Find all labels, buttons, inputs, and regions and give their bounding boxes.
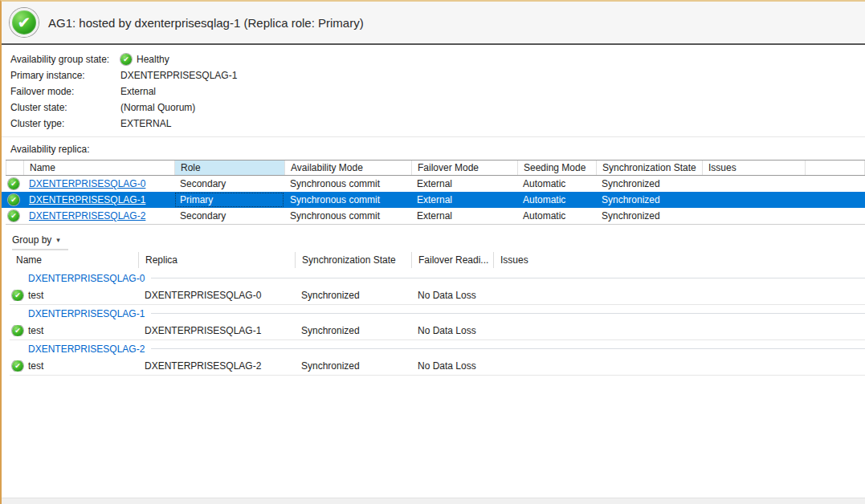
replica-row-selected[interactable]: ✔ DXENTERPRISESQLAG-1 Primary Synchronou… xyxy=(2,192,865,208)
availability-replica-section: Availability replica: Name Role Availabi… xyxy=(2,136,865,225)
column-header-spacer xyxy=(805,161,865,175)
replica-failover-mode: External xyxy=(411,192,517,208)
summary-row: Cluster type: EXTERNAL xyxy=(10,116,865,131)
field-label: Cluster state: xyxy=(10,102,120,113)
availability-replica-label: Availability replica: xyxy=(2,142,865,160)
replica-row[interactable]: ✔ DXENTERPRISESQLAG-2 Secondary Synchron… xyxy=(2,208,865,224)
databases-table: Name Replica Synchronization State Failo… xyxy=(10,250,865,376)
column-header-role[interactable]: Role xyxy=(174,161,284,175)
replica-role: Secondary xyxy=(174,208,284,224)
database-replica: DXENTERPRISESQLAG-0 xyxy=(138,290,295,301)
column-header-failover-mode[interactable]: Failover Mode xyxy=(411,161,517,175)
group-name: DXENTERPRISESQLAG-2 xyxy=(10,343,145,355)
group-divider-line xyxy=(151,278,865,278)
database-name: test xyxy=(28,325,43,336)
column-header-synchronization-state[interactable]: Synchronization State xyxy=(596,161,702,175)
field-label: Failover mode: xyxy=(10,86,120,97)
database-name: test xyxy=(28,290,43,301)
replica-failover-mode: External xyxy=(411,176,517,192)
database-replica: DXENTERPRISESQLAG-1 xyxy=(138,325,295,336)
group-header[interactable]: DXENTERPRISESQLAG-0 xyxy=(10,270,865,287)
chevron-down-icon: ▾ xyxy=(56,236,60,244)
summary-row: Failover mode: External xyxy=(10,83,865,99)
column-header-availability-mode[interactable]: Availability Mode xyxy=(284,161,411,175)
replica-role: Secondary xyxy=(174,176,284,192)
replica-link[interactable]: DXENTERPRISESQLAG-2 xyxy=(29,210,145,222)
group-divider-line xyxy=(151,313,865,314)
field-value: EXTERNAL xyxy=(120,118,171,129)
field-label: Cluster type: xyxy=(10,118,120,129)
replica-row[interactable]: ✔ DXENTERPRISESQLAG-0 Secondary Synchron… xyxy=(2,176,865,192)
replica-issues xyxy=(702,208,805,224)
database-synchronization-state: Synchronized xyxy=(295,325,411,336)
column-header-synchronization-state[interactable]: Synchronization State xyxy=(295,252,411,268)
field-value: Healthy xyxy=(137,54,169,65)
field-label: Primary instance: xyxy=(10,70,120,81)
availability-group-header: ✔ AG1: hosted by dxenterprisesqlag-1 (Re… xyxy=(2,2,865,45)
database-replica: DXENTERPRISESQLAG-2 xyxy=(138,360,295,372)
replica-table: Name Role Availability Mode Failover Mod… xyxy=(2,160,865,225)
column-header-failover-readiness[interactable]: Failover Readi... xyxy=(411,252,493,268)
replica-synchronization-state: Synchronized xyxy=(596,208,702,224)
healthy-check-icon: ✔ xyxy=(8,210,19,222)
database-row[interactable]: ✔ test DXENTERPRISESQLAG-0 Synchronized … xyxy=(10,287,865,305)
replica-seeding-mode: Automatic xyxy=(517,208,596,224)
field-label: Availability group state: xyxy=(10,54,120,65)
replica-issues xyxy=(702,176,805,192)
replica-seeding-mode: Automatic xyxy=(517,176,596,192)
healthy-check-icon: ✔ xyxy=(8,194,19,205)
field-value: DXENTERPRISESQLAG-1 xyxy=(120,70,237,81)
database-row[interactable]: ✔ test DXENTERPRISESQLAG-1 Synchronized … xyxy=(10,322,865,340)
database-failover-readiness: No Data Loss xyxy=(411,325,493,336)
column-header-issues[interactable]: Issues xyxy=(493,252,652,268)
column-header-replica[interactable]: Replica xyxy=(138,252,295,268)
bottom-scrollbar-track[interactable] xyxy=(2,498,865,504)
healthy-check-icon: ✔ xyxy=(120,54,132,65)
replica-table-header: Name Role Availability Mode Failover Mod… xyxy=(6,160,865,176)
group-summary-panel: Availability group state: ✔ Healthy Prim… xyxy=(2,45,865,136)
replica-availability-mode: Synchronous commit xyxy=(284,192,411,208)
database-failover-readiness: No Data Loss xyxy=(411,290,493,301)
column-header-issues[interactable]: Issues xyxy=(702,161,805,175)
group-by-dropdown[interactable]: Group by ▾ xyxy=(12,233,68,250)
group-divider-line xyxy=(151,348,865,349)
icon-column-header xyxy=(6,161,23,175)
page-title: AG1: hosted by dxenterprisesqlag-1 (Repl… xyxy=(48,16,364,30)
group-by-label: Group by xyxy=(12,234,51,246)
healthy-check-icon: ✔ xyxy=(8,178,19,189)
replica-link[interactable]: DXENTERPRISESQLAG-1 xyxy=(29,194,145,205)
database-row[interactable]: ✔ test DXENTERPRISESQLAG-2 Synchronized … xyxy=(10,357,865,376)
summary-row: Cluster state: (Normal Quorum) xyxy=(10,100,865,115)
group-header[interactable]: DXENTERPRISESQLAG-1 xyxy=(10,305,865,322)
healthy-check-icon: ✔ xyxy=(12,360,23,372)
healthy-check-icon: ✔ xyxy=(12,325,23,336)
healthy-status-icon: ✔ xyxy=(10,8,39,37)
group-name: DXENTERPRISESQLAG-1 xyxy=(10,308,145,319)
group-by-bar: Group by ▾ xyxy=(12,233,865,249)
summary-row: Primary instance: DXENTERPRISESQLAG-1 xyxy=(10,67,865,83)
replica-role: Primary xyxy=(174,192,284,208)
column-header-name[interactable]: Name xyxy=(10,252,138,268)
replica-availability-mode: Synchronous commit xyxy=(284,176,411,192)
database-name: test xyxy=(28,360,43,372)
summary-row: Availability group state: ✔ Healthy xyxy=(10,51,865,67)
replica-synchronization-state: Synchronized xyxy=(596,176,702,192)
empty-area xyxy=(2,376,865,498)
column-header-name[interactable]: Name xyxy=(23,161,174,175)
replica-availability-mode: Synchronous commit xyxy=(284,208,411,224)
replica-failover-mode: External xyxy=(411,208,517,224)
field-value: (Normal Quorum) xyxy=(120,102,195,113)
column-header-seeding-mode[interactable]: Seeding Mode xyxy=(517,161,596,175)
group-name: DXENTERPRISESQLAG-0 xyxy=(10,273,145,284)
replica-issues xyxy=(702,192,805,208)
field-value: External xyxy=(120,86,156,97)
replica-link[interactable]: DXENTERPRISESQLAG-0 xyxy=(29,178,145,189)
replica-seeding-mode: Automatic xyxy=(517,192,596,208)
databases-table-header: Name Replica Synchronization State Failo… xyxy=(10,250,865,270)
healthy-check-icon: ✔ xyxy=(12,290,23,301)
database-failover-readiness: No Data Loss xyxy=(411,360,493,372)
replica-synchronization-state: Synchronized xyxy=(596,192,702,208)
database-synchronization-state: Synchronized xyxy=(295,290,411,301)
database-synchronization-state: Synchronized xyxy=(295,360,411,372)
group-header[interactable]: DXENTERPRISESQLAG-2 xyxy=(10,340,865,357)
